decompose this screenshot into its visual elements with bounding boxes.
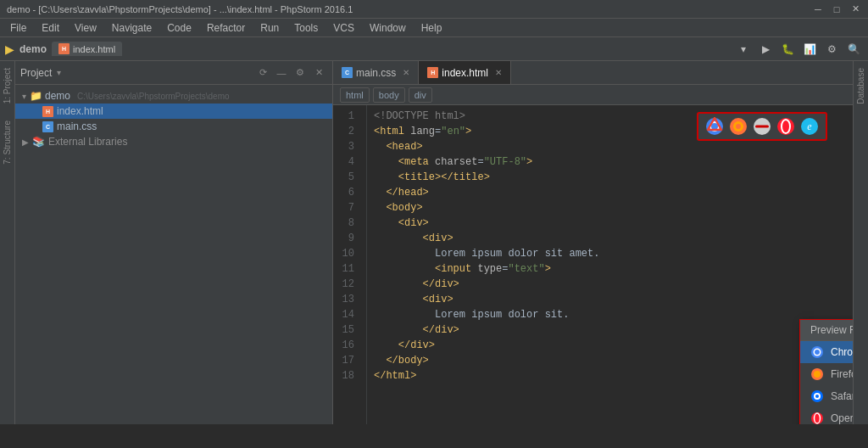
close-button[interactable]: ✕ bbox=[849, 3, 861, 15]
line-num-13: 13 bbox=[333, 292, 359, 307]
context-menu-chrome[interactable]: Chrome bbox=[800, 341, 853, 363]
context-menu-opera[interactable]: Opera bbox=[800, 407, 853, 424]
profile-btn[interactable]: 📊 bbox=[800, 40, 819, 59]
safari-menu-icon bbox=[810, 389, 824, 403]
svg-point-19 bbox=[815, 395, 819, 398]
title-text: demo - [C:\Users\zavvla\PhpstormProjects… bbox=[7, 4, 353, 14]
tab-html-label: index.html bbox=[442, 67, 488, 79]
code-area: 1 2 3 4 5 6 7 8 9 10 11 12 13 14 15 16 1… bbox=[333, 105, 853, 424]
settings-btn[interactable]: ⚙ bbox=[822, 40, 841, 59]
svg-text:e: e bbox=[807, 120, 812, 132]
panel-sync-btn[interactable]: ⟳ bbox=[254, 64, 271, 81]
chrome-menu-icon bbox=[810, 345, 824, 359]
context-menu-firefox[interactable]: Firefox bbox=[800, 363, 853, 385]
breadcrumb-body[interactable]: body bbox=[373, 87, 405, 103]
line-num-9: 9 bbox=[333, 231, 359, 246]
line-num-11: 11 bbox=[333, 261, 359, 277]
line-num-6: 6 bbox=[333, 185, 359, 200]
tree-external-libraries[interactable]: ▶ 📚 External Libraries bbox=[15, 134, 332, 149]
right-sidebar: Database bbox=[853, 61, 868, 424]
tree-label-css: main.css bbox=[57, 120, 97, 132]
menu-run[interactable]: Run bbox=[253, 20, 286, 36]
line-num-3: 3 bbox=[333, 139, 359, 154]
folder-icon: 📁 bbox=[30, 90, 42, 102]
file-tab-index[interactable]: H index.html bbox=[52, 42, 122, 56]
menu-code[interactable]: Code bbox=[160, 20, 198, 36]
dropdown-btn[interactable]: ▾ bbox=[734, 40, 753, 59]
menu-window[interactable]: Window bbox=[363, 20, 413, 36]
tree-root-folder[interactable]: ▾ 📁 demo C:\Users\zavvla\PhpstormProject… bbox=[15, 88, 332, 104]
breadcrumb-html[interactable]: html bbox=[340, 87, 370, 103]
minimize-button[interactable]: ─ bbox=[812, 3, 824, 15]
breadcrumb: html body div bbox=[333, 85, 853, 105]
menu-edit[interactable]: Edit bbox=[35, 20, 66, 36]
tab-html-close[interactable]: ✕ bbox=[495, 68, 502, 77]
line-num-15: 15 bbox=[333, 322, 359, 338]
panel-settings-btn[interactable]: ⚙ bbox=[292, 64, 309, 81]
project-label: demo bbox=[19, 43, 47, 55]
project-panel: Project ▾ ⟳ — ⚙ ✕ ▾ 📁 demo C:\Users\zavv… bbox=[15, 61, 333, 424]
svg-point-5 bbox=[736, 124, 741, 129]
project-toolbar: ▶ demo H index.html ▾ ▶ 🐛 📊 ⚙ 🔍 bbox=[0, 37, 868, 61]
panel-close-btn[interactable]: ✕ bbox=[310, 64, 327, 81]
line-num-8: 8 bbox=[333, 216, 359, 231]
line-num-4: 4 bbox=[333, 154, 359, 170]
line-num-1: 1 bbox=[333, 109, 359, 124]
menu-view[interactable]: View bbox=[68, 20, 103, 36]
code-content[interactable]: <!DOCTYPE html> <html lang="en"> <head> … bbox=[367, 105, 853, 424]
menu-file[interactable]: File bbox=[3, 20, 33, 36]
panel-toolbar: Project ▾ ⟳ — ⚙ ✕ bbox=[15, 61, 332, 85]
line-num-12: 12 bbox=[333, 277, 359, 292]
tree-label-external: External Libraries bbox=[48, 136, 127, 148]
menu-help[interactable]: Help bbox=[415, 20, 449, 36]
tab-css-icon: C bbox=[342, 67, 353, 78]
firefox-menu-icon bbox=[810, 367, 824, 381]
line-num-17: 17 bbox=[333, 353, 359, 368]
database-label[interactable]: Database bbox=[856, 68, 865, 104]
tree-root-path: C:\Users\zavvla\PhpstormProjects\demo bbox=[77, 92, 230, 101]
opera-label: Opera bbox=[831, 412, 853, 424]
firefox-icon[interactable] bbox=[729, 117, 748, 136]
line-num-2: 2 bbox=[333, 124, 359, 139]
line-num-5: 5 bbox=[333, 170, 359, 185]
tab-css-label: main.css bbox=[356, 67, 396, 79]
svg-point-14 bbox=[815, 350, 820, 355]
svg-point-16 bbox=[814, 371, 821, 378]
panel-label: Project bbox=[20, 67, 52, 79]
editor-tab-css[interactable]: C main.css ✕ bbox=[333, 61, 419, 84]
tab-css-close[interactable]: ✕ bbox=[403, 68, 409, 77]
sidebar-structure-tab[interactable]: 7: Structure bbox=[3, 120, 12, 165]
window-controls: ─ □ ✕ bbox=[812, 3, 861, 15]
menu-navigate[interactable]: Navigate bbox=[105, 20, 159, 36]
tree-item-index-html[interactable]: H index.html bbox=[15, 104, 332, 119]
panel-collapse-btn[interactable]: — bbox=[273, 64, 290, 81]
line-num-14: 14 bbox=[333, 307, 359, 322]
menu-refactor[interactable]: Refactor bbox=[200, 20, 252, 36]
left-sidebar: 1: Project 7: Structure bbox=[0, 61, 15, 424]
chrome-icon[interactable] bbox=[705, 117, 724, 136]
opera-icon[interactable] bbox=[776, 117, 795, 136]
maximize-button[interactable]: □ bbox=[831, 3, 843, 15]
editor-tab-html[interactable]: H index.html ✕ bbox=[419, 61, 511, 84]
menu-tools[interactable]: Tools bbox=[287, 20, 325, 36]
no-entry-icon[interactable] bbox=[753, 117, 771, 136]
tree-expand-ext: ▶ bbox=[22, 137, 29, 147]
safari-label: Safari bbox=[831, 390, 853, 402]
menu-vcs[interactable]: VCS bbox=[326, 20, 361, 36]
tree-item-main-css[interactable]: C main.css bbox=[15, 119, 332, 134]
tab-html-icon: H bbox=[427, 67, 438, 78]
sidebar-project-tab[interactable]: 1: Project bbox=[3, 68, 12, 104]
editor-area: C main.css ✕ H index.html ✕ html body di… bbox=[333, 61, 853, 424]
ie-icon[interactable]: e bbox=[800, 117, 819, 136]
debug-btn[interactable]: 🐛 bbox=[778, 40, 797, 59]
toolbar-right: ▾ ▶ 🐛 📊 ⚙ 🔍 bbox=[734, 40, 863, 59]
html-file-icon: H bbox=[58, 43, 70, 54]
main-layout: 1: Project 7: Structure Project ▾ ⟳ — ⚙ … bbox=[0, 61, 868, 424]
breadcrumb-div[interactable]: div bbox=[409, 87, 432, 103]
panel-dropdown-icon[interactable]: ▾ bbox=[57, 68, 61, 77]
tree-label-index: index.html bbox=[57, 105, 103, 117]
search-btn[interactable]: 🔍 bbox=[844, 40, 863, 59]
context-menu-safari[interactable]: Safari bbox=[800, 385, 853, 407]
editor-tab-bar: C main.css ✕ H index.html ✕ bbox=[333, 61, 853, 85]
run-btn[interactable]: ▶ bbox=[756, 40, 775, 59]
